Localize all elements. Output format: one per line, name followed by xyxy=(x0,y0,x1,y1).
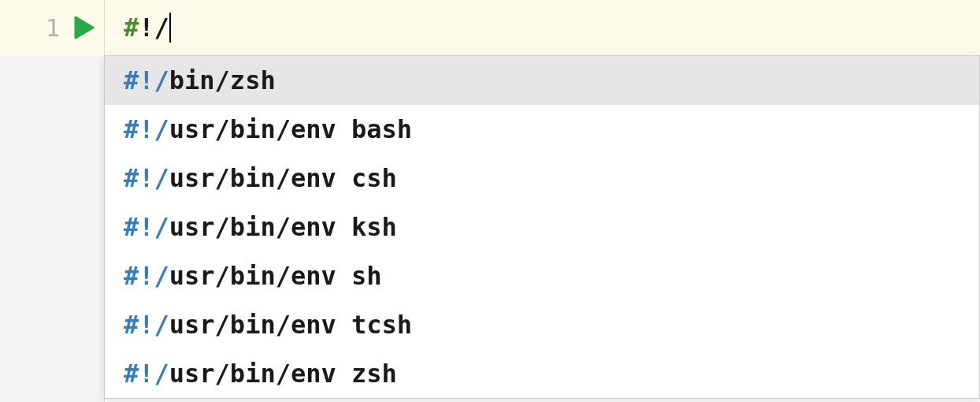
shebang-path: usr/bin/env zsh xyxy=(169,359,397,389)
shebang-path: usr/bin/env tcsh xyxy=(169,310,412,340)
autocomplete-item[interactable]: #!/usr/bin/env csh xyxy=(105,154,979,203)
autocomplete-item[interactable]: #!/usr/bin/env ksh xyxy=(105,203,979,251)
shebang-path: usr/bin/env bash xyxy=(169,114,412,144)
shebang-prefix: #!/ xyxy=(124,114,169,144)
autocomplete-item[interactable]: #!/usr/bin/env zsh xyxy=(105,349,979,398)
shebang-path: usr/bin/env ksh xyxy=(169,212,397,242)
shebang-path: usr/bin/env csh xyxy=(169,163,397,193)
shebang-path: usr/bin/env sh xyxy=(169,261,382,291)
shebang-prefix: #!/ xyxy=(124,212,169,242)
text-caret xyxy=(169,13,171,43)
shebang-prefix: #!/ xyxy=(124,310,169,340)
shebang-prefix: #!/ xyxy=(124,163,169,193)
autocomplete-item[interactable]: #!/usr/bin/env sh xyxy=(105,251,979,300)
shebang-prefix: #!/ xyxy=(124,359,169,389)
autocomplete-item[interactable]: #!/usr/bin/env tcsh xyxy=(105,300,979,349)
autocomplete-item[interactable]: #!/bin/zsh xyxy=(105,56,979,105)
autocomplete-item[interactable]: #!/usr/bin/env bash xyxy=(105,105,979,154)
shebang-prefix: #!/ xyxy=(124,261,169,291)
shebang-prefix: #!/ xyxy=(124,65,169,95)
gutter: 1 xyxy=(0,0,104,402)
line-number: 1 xyxy=(46,14,60,42)
run-icon[interactable] xyxy=(74,16,95,39)
gutter-line[interactable]: 1 xyxy=(0,0,104,55)
editor-content: #!/ xyxy=(124,13,169,43)
editor-line[interactable]: #!/ xyxy=(105,0,980,55)
autocomplete-popup: #!/bin/zsh#!/usr/bin/env bash#!/usr/bin/… xyxy=(104,55,980,399)
shebang-path: bin/zsh xyxy=(169,65,276,95)
